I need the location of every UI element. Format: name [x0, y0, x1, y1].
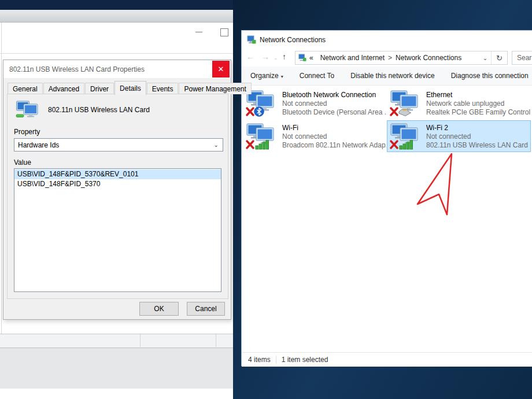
screen: Network Connections ← → ⌄ ↑ « Network an… — [0, 0, 532, 399]
background-window-gray-strip — [0, 10, 233, 23]
tab-events[interactable]: Events — [147, 83, 179, 94]
network-adapter-wifi-icon — [390, 123, 420, 150]
tile-text: Wi-Fi 2 Not connected 802.11n USB Wirele… — [426, 123, 528, 152]
address-dropdown-icon[interactable]: ⌄ — [483, 55, 487, 61]
organize-caret-icon: ▾ — [281, 74, 283, 79]
network-connections-icon — [247, 35, 256, 45]
minimize-icon[interactable] — [195, 32, 202, 32]
tile-text: Wi-Fi Not connected Broadcom 802.11n Net… — [282, 123, 386, 152]
tab-details[interactable]: Details — [114, 81, 146, 95]
tile-text: Bluetooth Network Connection Not connect… — [282, 90, 386, 119]
chevron-down-icon: ⌄ — [214, 142, 219, 148]
connection-tile-wifi[interactable]: Wi-Fi Not connected Broadcom 802.11n Net… — [243, 120, 387, 152]
maximize-icon[interactable] — [220, 28, 228, 36]
background-window-column-divider — [216, 334, 216, 347]
address-bar[interactable]: « Network and Internet > Network Connect… — [295, 51, 508, 65]
background-window-top-bar — [0, 0, 233, 10]
background-window-panel — [0, 348, 233, 389]
connection-device: 802.11n USB Wireless LAN Card — [426, 141, 528, 150]
connection-device: Bluetooth Device (Personal Area ... — [282, 108, 386, 117]
device-adapter-icon — [16, 101, 41, 119]
explorer-navigation-row: ← → ⌄ ↑ « Network and Internet > Network… — [242, 49, 532, 66]
connect-to-button[interactable]: Connect To — [300, 72, 335, 80]
breadcrumb-network-and-internet[interactable]: Network and Internet — [320, 54, 385, 62]
value-item[interactable]: USB\VID_148F&PID_5370&REV_0101 — [14, 169, 221, 179]
explorer-status-bar: 4 items 1 item selected — [242, 352, 532, 367]
value-item[interactable]: USB\VID_148F&PID_5370 — [14, 179, 221, 189]
value-label: Value — [14, 158, 31, 167]
background-window-divider — [0, 53, 233, 54]
up-icon[interactable]: ↑ — [282, 52, 286, 61]
background-window-column-divider — [140, 334, 141, 347]
item-count: 4 items — [248, 356, 271, 364]
value-listbox[interactable]: USB\VID_148F&PID_5370&REV_0101 USB\VID_1… — [14, 168, 221, 292]
connection-tile-bluetooth[interactable]: Bluetooth Network Connection Not connect… — [243, 87, 387, 119]
adapter-properties-dialog: 802.11n USB Wireless LAN Card Properties… — [3, 60, 231, 320]
dialog-title: 802.11n USB Wireless LAN Card Properties — [9, 65, 145, 73]
connection-status: Not connected — [282, 132, 386, 141]
diagnose-connection-button[interactable]: Diagnose this connection — [451, 72, 529, 80]
explorer-content: Bluetooth Network Connection Not connect… — [242, 86, 532, 352]
search-input[interactable]: Sear — [512, 51, 532, 65]
connection-name: Bluetooth Network Connection — [282, 91, 386, 99]
explorer-command-bar: Organize▾ Connect To Disable this networ… — [242, 66, 532, 86]
tab-driver[interactable]: Driver — [85, 83, 114, 94]
connection-tile-wifi-2[interactable]: Wi-Fi 2 Not connected 802.11n USB Wirele… — [387, 120, 531, 152]
connection-device: Broadcom 802.11n Network Adap... — [282, 141, 386, 150]
connection-device: Realtek PCIe GBE Family Controller — [426, 108, 530, 117]
connection-status: Not connected — [426, 132, 528, 141]
network-connections-window: Network Connections ← → ⌄ ↑ « Network an… — [241, 30, 532, 366]
dialog-tabstrip: General Advanced Driver Details Events P… — [8, 81, 252, 94]
tab-power-management[interactable]: Power Management — [179, 83, 251, 94]
status-divider — [276, 356, 276, 364]
disable-device-button[interactable]: Disable this network device — [350, 72, 434, 80]
property-selected-value: Hardware Ids — [18, 141, 214, 149]
address-location-icon — [298, 54, 306, 62]
background-window-list-header — [0, 334, 233, 348]
device-name: 802.11n USB Wireless LAN Card — [48, 106, 150, 114]
property-select[interactable]: Hardware Ids ⌄ — [14, 138, 223, 152]
explorer-titlebar: Network Connections — [242, 31, 532, 49]
connection-name: Wi-Fi — [282, 124, 386, 132]
connection-status: Network cable unplugged — [426, 99, 530, 108]
connection-name: Wi-Fi 2 — [426, 124, 528, 132]
refresh-icon[interactable]: ↻ — [492, 54, 507, 62]
breadcrumb-network-connections[interactable]: Network Connections — [396, 54, 461, 62]
property-label: Property — [14, 128, 40, 136]
breadcrumb-separator: > — [388, 54, 392, 62]
tile-text: Ethernet Network cable unplugged Realtek… — [426, 90, 530, 119]
forward-icon[interactable]: → — [261, 52, 269, 61]
connection-tile-ethernet[interactable]: Ethernet Network cable unplugged Realtek… — [387, 87, 531, 119]
cancel-button[interactable]: Cancel — [187, 302, 225, 316]
back-icon[interactable]: ← — [246, 52, 254, 61]
close-icon[interactable]: ✕ — [212, 61, 230, 77]
organize-button[interactable]: Organize▾ — [250, 72, 283, 80]
ok-button[interactable]: OK — [139, 302, 179, 316]
selected-count: 1 item selected — [282, 356, 328, 364]
breadcrumb-prefix: « — [309, 54, 313, 62]
window-title: Network Connections — [260, 36, 326, 44]
connection-status: Not connected — [282, 99, 386, 108]
recent-locations-icon[interactable]: ⌄ — [274, 55, 278, 61]
network-adapter-ethernet-icon — [390, 90, 420, 117]
network-adapter-wifi-icon — [246, 123, 276, 150]
connection-name: Ethernet — [426, 91, 530, 99]
tab-general[interactable]: General — [8, 83, 43, 94]
dialog-titlebar[interactable]: 802.11n USB Wireless LAN Card Properties… — [3, 60, 231, 78]
tab-advanced[interactable]: Advanced — [43, 83, 84, 94]
details-tab-page: 802.11n USB Wireless LAN Card Property H… — [7, 94, 228, 299]
